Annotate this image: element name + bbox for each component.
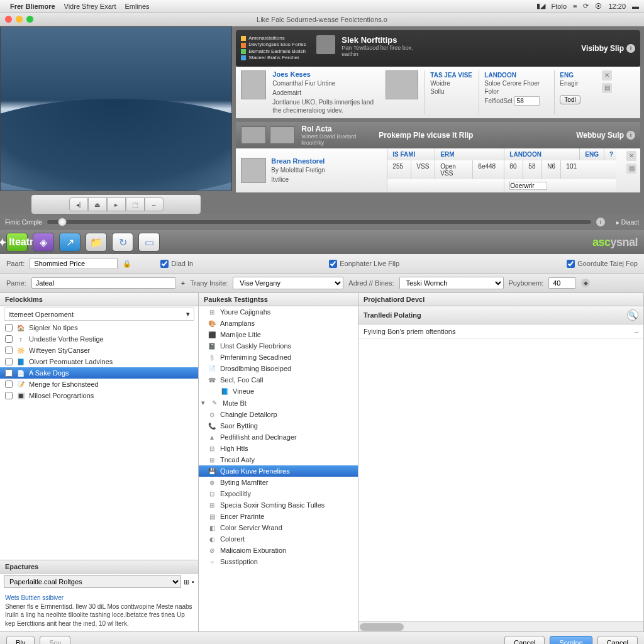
tree-checkbox[interactable] [5,335,13,343]
play-button[interactable]: ▸ [107,197,126,211]
list-item[interactable]: 📓Unst Caskly Fleobrions [199,340,358,352]
info-icon[interactable]: i [626,44,635,53]
lock-icon[interactable]: 🔒 [123,260,131,268]
info-icon[interactable]: i [626,131,635,140]
list-item[interactable]: ▾✎Mute Bt [199,397,358,409]
prev-button[interactable]: ◂| [69,197,88,211]
list-item[interactable]: ⊙Chaingle Detallorp [199,409,358,420]
stepper-icon[interactable]: ◆ [581,279,590,287]
adred-select[interactable]: Teski Wornch [399,277,504,289]
field-input[interactable] [514,96,540,106]
config-icon[interactable]: ⊞ [184,578,189,586]
next-button[interactable]: – [145,197,164,211]
list-icon[interactable]: ▤ [602,83,612,93]
video-preview[interactable] [0,26,232,191]
list-item[interactable]: ▲Pedfillisht and Declnager [199,431,358,443]
list-item[interactable]: ⊞Tncad Aaty [199,454,358,465]
list-item[interactable]: ◐Colorert [199,533,358,545]
list-item[interactable]: ⊞Specia Soxir Scmting Basic Tulles [199,499,358,511]
tool-button[interactable]: ◈ [33,233,54,252]
list-item[interactable]: 🎨Anamplans [199,318,358,329]
main-action-button[interactable]: ✦lteatn [6,233,28,252]
cancel-button[interactable]: Cancel [504,636,545,645]
item-name-link[interactable]: Brean Rnestorel [271,157,375,165]
list-item[interactable]: §Pmfeniming Secadlned [199,352,358,363]
item-icon: ⊞ [208,501,216,509]
paart-input[interactable] [30,258,118,269]
menu-item[interactable]: Emlines [125,3,149,10]
tree-checkbox[interactable] [5,369,13,377]
sync-icon[interactable]: ⟳ [583,2,589,10]
horizontal-scrollbar[interactable] [358,621,643,631]
tool-button[interactable]: ↻ [112,233,133,252]
tree-checkbox[interactable] [5,324,13,331]
eject-button[interactable]: ⏏ [88,197,107,211]
sov-button[interactable]: Sov [40,636,70,645]
folder-button[interactable]: 📁 [86,233,107,252]
eonphater-checkbox[interactable]: Eonphater Live Filp [329,260,399,268]
overwrite-input[interactable] [509,182,547,190]
search-icon[interactable]: 🔍 [627,309,638,321]
diad-checkbox[interactable]: Diad In [160,260,193,268]
slider-thumb[interactable] [58,218,67,226]
pame-input[interactable] [31,277,176,289]
menu-item[interactable]: Frer Bliemore [10,3,55,10]
tool-button[interactable]: ▭ [138,233,160,252]
pane-header: Paukesk Testigntss [199,293,358,306]
somine-button[interactable]: Somine [550,636,592,645]
list-item[interactable]: ⊘Malicaiom Exburation [199,545,358,556]
puy-input[interactable] [548,277,576,289]
goordulte-checkbox[interactable]: Goordulte Talej Fop [567,260,638,268]
add-icon[interactable]: + [181,279,185,287]
list-item[interactable]: ◧Color Servicr Wrand [199,522,358,533]
list-item[interactable]: ⬛Mamijoe Litle [199,329,358,340]
list-item[interactable]: ○Susstipption [199,556,358,567]
close-window-icon[interactable] [5,16,12,23]
tree-item[interactable]: 🔆Wifteyen StyCanser [0,345,198,356]
item-name-link[interactable]: Joes Keses [272,70,379,78]
menu-icon[interactable]: ≡ [573,3,577,10]
tree-checkbox[interactable] [5,347,13,354]
category-select[interactable]: Ittemeet Opernoment▾ [4,308,194,321]
list-item[interactable]: ⊡Expocilitly [199,488,358,499]
tree-checkbox[interactable] [5,380,13,388]
tree-item[interactable]: 🏠Signler No tipes [0,322,198,333]
list-item[interactable]: 📄Drosdlbming Bisoeiped [199,363,358,374]
tree-item[interactable]: ↕Undestle Vorthe Restige [0,333,198,345]
todl-button[interactable]: Todl [560,95,580,104]
more-icon[interactable]: ▪ [192,578,194,586]
card-link[interactable]: Visibby Slipi [581,35,635,62]
list-item[interactable]: ⊞Youre Cajignahs [199,306,358,318]
list-item[interactable]: ☎Secl, Foo Call [199,374,358,386]
tree-item[interactable]: 📘Oivort Peomuater Ladvines [0,356,198,367]
list-item[interactable]: ⊕Byting Mamfiter [199,477,358,488]
tree-checkbox[interactable] [5,392,13,399]
zoom-window-icon[interactable] [26,16,33,23]
diact-label[interactable]: ▸ Diaact [616,219,639,226]
bly-button[interactable]: Bly [6,636,35,645]
close-icon[interactable]: ✕ [602,70,612,80]
feature-select[interactable]: Paperlaitle.coal Roltges [4,575,181,588]
tree-item[interactable]: 📄A Sake Dogs [0,367,198,379]
close-icon[interactable]: ✕ [626,151,636,161]
time-slider[interactable] [47,220,591,224]
tree-checkbox[interactable] [5,358,13,365]
tree-item[interactable]: 📝Menge for Eshonsteed [0,379,198,390]
stop-button[interactable]: ⬚ [126,197,145,211]
list-item[interactable]: ⊟High Htls [199,443,358,454]
detail-line[interactable]: Fyiving Bon's priem oftentions– [358,325,643,339]
list-item[interactable]: 📞Saor Bytting [199,420,358,431]
trany-select[interactable]: Vise Vergany [233,277,343,289]
item-icon: 🏠 [16,324,25,331]
cancel-button[interactable]: Cancel [597,636,638,645]
menu-item[interactable]: Vidre Sfrey Exart [64,3,116,10]
tree-item[interactable]: 🔳Milosel Porogrartions [0,390,198,401]
list-icon[interactable]: ▤ [626,164,636,174]
list-item[interactable]: 💾Quato Kuve Prenelires [199,465,358,477]
tool-button[interactable]: ↗ [59,233,80,252]
list-item[interactable]: ▤Encer Prarinte [199,511,358,522]
minimize-window-icon[interactable] [16,16,23,23]
list-item[interactable]: 📘Vineue [199,386,358,397]
card-link[interactable]: Webbuy Sulpi [576,131,635,140]
info-icon[interactable]: i [596,218,605,226]
